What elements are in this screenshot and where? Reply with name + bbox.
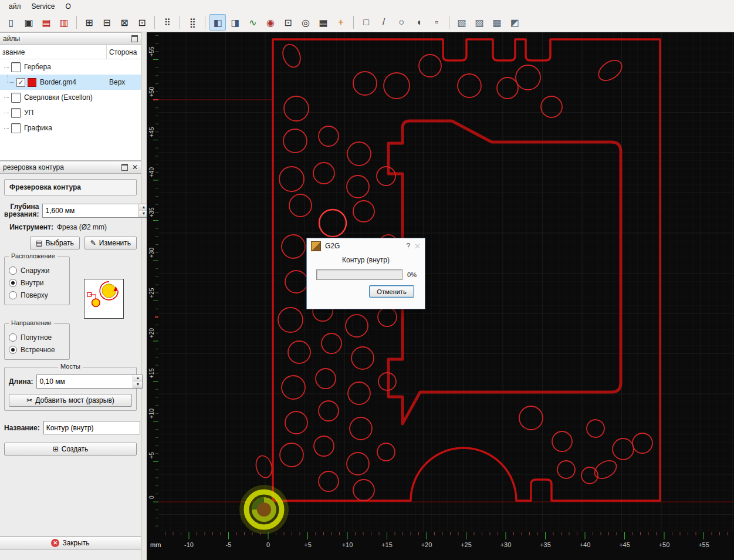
select-region-button[interactable]: ▫	[428, 14, 445, 31]
zoom-in-icon: ⊞	[85, 17, 93, 28]
panelize-button[interactable]: ⠿	[159, 14, 175, 31]
h-ruler-label: +55	[698, 541, 709, 548]
show-table-icon: ▦	[319, 17, 327, 28]
add-bridge-button[interactable]: ✂ Добавить мост (разрыв)	[9, 394, 132, 407]
location-option-outside[interactable]: Снаружи	[9, 264, 65, 276]
column-side[interactable]: Сторона	[107, 48, 141, 56]
paste-object-button[interactable]: ▨	[471, 14, 488, 31]
zoom-extents-icon: ⊡	[138, 17, 146, 28]
h-ruler-label: 0	[266, 541, 270, 548]
radio-icon[interactable]	[9, 279, 17, 287]
zoom-window-button[interactable]: ⊠	[116, 14, 133, 31]
group-objects-button[interactable]: ▩	[489, 14, 505, 31]
menu-service[interactable]: Service	[26, 1, 60, 12]
cancel-button[interactable]: Отменить	[369, 285, 414, 298]
h-ruler-label: +25	[461, 541, 472, 548]
layer-checkbox[interactable]: ✓	[16, 78, 25, 87]
files-panel: айлы звание Сторона Гербера✓Border.gm4Ве…	[0, 32, 141, 161]
location-group-label: Расположение	[9, 252, 57, 259]
length-spinner[interactable]: ▲▼	[133, 375, 142, 388]
show-pads-button[interactable]: ◉	[262, 14, 279, 31]
progress-bar	[316, 269, 402, 280]
h-ruler-label: +40	[580, 541, 591, 548]
zoom-window-icon: ⊠	[120, 17, 128, 28]
choose-tool-button[interactable]: ▤ Выбрать	[30, 237, 80, 249]
location-option-inside[interactable]: Внутри	[9, 276, 65, 289]
radio-icon[interactable]	[9, 333, 17, 342]
file-row[interactable]: УП	[0, 105, 141, 120]
close-button[interactable]: ✕ Закрыть	[0, 537, 141, 549]
origin-marker[interactable]	[239, 485, 289, 534]
direction-option-climb[interactable]: Попутное	[9, 331, 65, 343]
contour-name-input[interactable]	[44, 421, 140, 434]
choose-tool-label: Выбрать	[45, 239, 73, 247]
close-file-button[interactable]: ▥	[56, 14, 72, 31]
direction-option-conventional[interactable]: Встречное	[9, 343, 65, 356]
progress-dialog: G2G ? ✕ Контур (внутр) 0% Отменить	[306, 238, 425, 309]
radio-icon[interactable]	[9, 346, 17, 354]
files-columns-header: звание Сторона	[0, 45, 141, 59]
file-row[interactable]: Гербера	[0, 59, 141, 75]
open-project-button[interactable]: ▣	[21, 14, 37, 31]
h-ruler-label: +30	[500, 541, 512, 548]
cad-canvas[interactable]: 0+5+10+15+20+25+30+35+40+45+50+55-10-50+…	[147, 32, 734, 560]
show-layer-button[interactable]: ◧	[209, 14, 226, 31]
edit-tool-button[interactable]: ✎ Изменить	[84, 237, 137, 249]
mill-panel-header[interactable]: резеровка контура ✕	[0, 161, 141, 174]
float-panel-icon[interactable]	[131, 35, 138, 42]
option-label: Попутное	[21, 333, 52, 342]
spin-down-icon[interactable]: ▼	[133, 382, 142, 388]
copy-object-button[interactable]: ▧	[454, 14, 470, 31]
unit-label: mm	[150, 541, 161, 548]
layer-color-swatch[interactable]	[28, 78, 36, 87]
dialog-close-icon[interactable]: ✕	[414, 242, 421, 251]
help-icon[interactable]: ?	[406, 242, 410, 250]
zoom-in-button[interactable]: ⊞	[81, 14, 97, 31]
h-ruler-label: +15	[381, 541, 393, 548]
float-panel-icon[interactable]	[121, 164, 128, 171]
h-ruler-label: -5	[226, 541, 232, 548]
menu-about[interactable]: О	[60, 1, 76, 12]
draw-ellipse-button[interactable]: ○	[393, 14, 410, 31]
dialog-titlebar[interactable]: G2G ? ✕	[307, 238, 425, 254]
tool-label: Инструмент:	[4, 224, 57, 231]
simulate-button[interactable]: ◎	[297, 14, 314, 31]
import-gerber-button[interactable]: ▤	[38, 14, 55, 31]
file-icon	[11, 93, 21, 103]
draw-polygon-button[interactable]: ◖	[411, 14, 427, 31]
length-input[interactable]	[37, 375, 133, 388]
v-ruler-label: +5	[148, 452, 155, 459]
show-outline-button[interactable]: ◨	[227, 14, 243, 31]
file-row[interactable]: Сверловки (Excellon)	[0, 90, 141, 105]
transform-button[interactable]: +	[333, 14, 349, 31]
file-row[interactable]: Графика	[0, 120, 141, 136]
direction-group-label: Направление	[9, 319, 54, 326]
file-row[interactable]: ✓Border.gm4Верх	[0, 75, 141, 90]
array-copy-button[interactable]: ⣿	[184, 14, 201, 31]
draw-rect-button[interactable]: □	[358, 14, 374, 31]
draw-line-button[interactable]: /	[376, 14, 392, 31]
new-file-button[interactable]: ▯	[3, 14, 19, 31]
file-icon	[11, 62, 21, 72]
simulate-icon: ◎	[302, 17, 310, 28]
add-bridge-label: Добавить мост (разрыв)	[35, 396, 114, 404]
depth-input[interactable]	[43, 204, 138, 217]
create-button[interactable]: ⊞ Создать	[4, 443, 137, 456]
column-name[interactable]: звание	[0, 45, 107, 59]
spin-up-icon[interactable]: ▲	[133, 375, 142, 382]
zoom-extents-button[interactable]: ⊡	[134, 14, 150, 31]
show-curves-button[interactable]: ∿	[245, 14, 261, 31]
close-panel-icon[interactable]: ✕	[132, 164, 138, 171]
ungroup-objects-button[interactable]: ◩	[506, 14, 523, 31]
files-panel-header[interactable]: айлы	[0, 32, 141, 45]
zoom-out-button[interactable]: ⊟	[99, 14, 115, 31]
radio-icon[interactable]	[9, 291, 17, 299]
menu-file[interactable]: айл	[4, 1, 26, 12]
file-name: Графика	[24, 124, 107, 132]
show-table-button[interactable]: ▦	[315, 14, 332, 31]
draw-line-icon: /	[383, 17, 385, 28]
radio-icon[interactable]	[9, 266, 17, 275]
length-spinbox: ▲▼	[36, 375, 143, 389]
show-drills-button[interactable]: ⊡	[280, 14, 296, 31]
location-option-ontop[interactable]: Поверху	[9, 289, 65, 301]
